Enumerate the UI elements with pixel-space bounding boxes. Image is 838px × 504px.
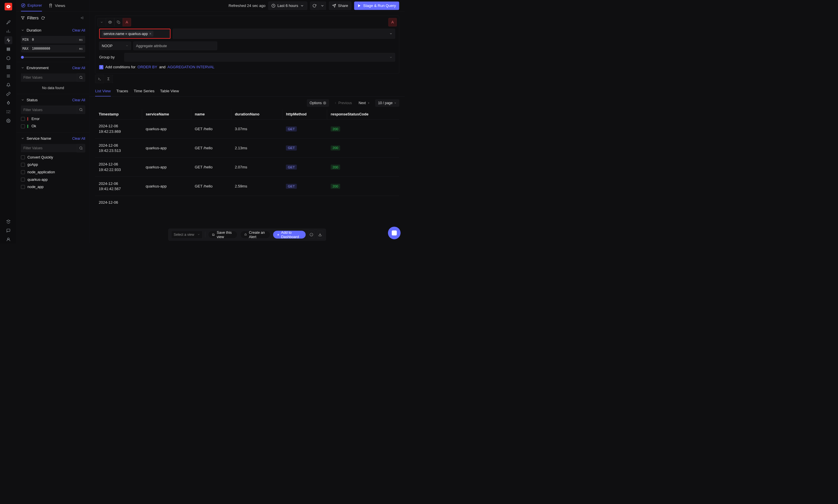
aggregate-select[interactable]: NOOP <box>99 41 131 50</box>
table-row[interactable]: 2024-12-0619:41:42.567quarkus-appGET /he… <box>95 177 399 196</box>
query-sigma-icon[interactable]: Σ <box>104 75 113 83</box>
table-row[interactable]: 2024-12-0619:42:22.933quarkus-appGET /he… <box>95 158 399 177</box>
stage-run-button[interactable]: Stage & Run Query <box>354 1 399 10</box>
environment-no-data: No data found <box>21 86 85 90</box>
chevron-down-icon[interactable] <box>21 29 24 32</box>
query-label-a-right[interactable]: A <box>388 18 397 26</box>
table-row[interactable]: 2024-12-0619:42:23.869quarkus-appGET /he… <box>95 120 399 139</box>
rail-chart-icon[interactable] <box>4 28 12 35</box>
rail-link-icon[interactable] <box>4 90 12 98</box>
time-range-button[interactable]: Last 6 hours <box>268 1 307 10</box>
clear-all-service[interactable]: Clear All <box>72 136 85 140</box>
rail-rocket-icon[interactable] <box>4 19 12 26</box>
result-tab[interactable]: Time Series <box>134 89 155 97</box>
collapse-panel-icon[interactable] <box>81 16 85 20</box>
orderby-link[interactable]: ORDER BY <box>138 65 157 69</box>
search-icon[interactable] <box>77 73 85 82</box>
clear-all-environment[interactable]: Clear All <box>72 66 85 70</box>
add-to-dashboard-button[interactable]: + Add to Dashboard <box>273 231 306 238</box>
cell-duration: 3.07ms <box>231 120 282 139</box>
refresh-dropdown[interactable] <box>319 1 326 10</box>
service-checkbox[interactable]: Convert Quickly <box>21 155 85 159</box>
status-filter-input[interactable] <box>21 106 77 114</box>
table-header[interactable]: Timestamp <box>95 109 142 120</box>
refresh-button[interactable] <box>310 1 319 10</box>
refresh-icon[interactable] <box>41 16 45 20</box>
result-tab[interactable]: Traces <box>117 89 128 97</box>
rail-message-icon[interactable] <box>4 227 12 234</box>
service-checkbox[interactable]: goApp <box>21 163 85 167</box>
table-row[interactable]: 2024-12-06 <box>95 196 399 210</box>
rail-gear-icon[interactable] <box>4 117 12 125</box>
rail-cube-icon[interactable] <box>4 54 12 62</box>
chevron-down-icon[interactable] <box>21 137 24 140</box>
search-icon[interactable] <box>77 106 85 114</box>
max-input[interactable] <box>30 47 77 51</box>
rail-user-icon[interactable] <box>4 235 12 243</box>
rail-logs-icon[interactable] <box>4 45 12 53</box>
aggregate-attribute-input[interactable]: Aggregate attribute <box>133 41 217 50</box>
table-row[interactable]: 2024-12-0619:42:23.513quarkus-appGET /he… <box>95 139 399 158</box>
logo[interactable] <box>5 3 12 11</box>
result-tab[interactable]: Table View <box>160 89 179 97</box>
download-icon[interactable] <box>317 231 323 238</box>
query-visibility-icon[interactable] <box>106 18 115 26</box>
table-header[interactable]: serviceName <box>142 109 191 120</box>
rail-bug-icon[interactable] <box>4 99 12 107</box>
service-filter-input[interactable] <box>21 144 77 152</box>
table-header[interactable]: httpMethod <box>282 109 327 120</box>
status-ok-checkbox[interactable]: Ok <box>21 124 85 128</box>
duration-slider[interactable] <box>21 57 85 58</box>
share-button[interactable]: Share <box>329 1 351 10</box>
result-tab[interactable]: List View <box>95 89 111 97</box>
rail-bell-icon[interactable] <box>4 81 12 89</box>
service-checkbox[interactable]: node_application <box>21 170 85 174</box>
rail-list-icon[interactable] <box>4 72 12 80</box>
add-conditions-row: + Add conditions for ORDER BY and AGGREG… <box>99 65 395 69</box>
next-button[interactable]: Next <box>356 99 373 106</box>
table-header[interactable]: name <box>191 109 231 120</box>
query-copy-icon[interactable] <box>115 18 123 26</box>
info-icon[interactable] <box>308 231 314 238</box>
query-resource-field[interactable] <box>173 29 395 39</box>
table-header[interactable]: responseStatusCode <box>327 109 399 120</box>
chevron-down-icon[interactable] <box>21 98 24 102</box>
clear-all-status[interactable]: Clear All <box>72 98 85 102</box>
service-checkbox[interactable]: quarkus-app <box>21 177 85 182</box>
close-icon[interactable]: ✕ <box>149 32 152 36</box>
agg-interval-link[interactable]: AGGREGATION INTERVAL <box>168 65 214 69</box>
query-collapse-icon[interactable] <box>98 18 106 26</box>
save-view-button[interactable]: Save this view <box>208 231 238 238</box>
add-condition-button[interactable]: + <box>99 65 103 69</box>
tab-explorer[interactable]: Explorer <box>21 0 42 11</box>
environment-filter-input[interactable] <box>21 73 77 82</box>
service-checkbox[interactable]: node_app <box>21 185 85 189</box>
cell-duration <box>231 196 282 210</box>
cell-duration: 2.07ms <box>231 158 282 177</box>
clear-all-duration[interactable]: Clear All <box>72 28 85 32</box>
send-icon <box>332 4 336 8</box>
rail-layers-icon[interactable] <box>4 218 12 226</box>
table-header[interactable]: durationNano <box>231 109 282 120</box>
tab-views[interactable]: Views <box>48 0 65 11</box>
rail-sliders-icon[interactable] <box>4 108 12 116</box>
help-fab[interactable] <box>388 227 400 239</box>
page-size-select[interactable]: 10 / page <box>375 99 399 106</box>
status-error-checkbox[interactable]: Error <box>21 116 85 121</box>
query-terminal-icon[interactable] <box>95 75 104 83</box>
groupby-field[interactable] <box>124 53 395 61</box>
options-button[interactable]: Options <box>307 99 329 106</box>
svg-point-0 <box>8 6 9 7</box>
search-icon[interactable] <box>77 144 85 152</box>
min-input[interactable] <box>30 38 77 42</box>
select-view-dropdown[interactable]: Select a view <box>171 231 203 238</box>
create-alert-button[interactable]: Create an Alert <box>240 231 270 238</box>
svg-point-32 <box>80 147 82 149</box>
rail-traces-icon[interactable] <box>4 36 12 44</box>
chevron-down-icon[interactable] <box>21 66 24 69</box>
prev-button[interactable]: Previous <box>332 99 354 106</box>
query-tag-field[interactable]: service.name = quarkus-app ✕ <box>99 29 170 39</box>
tab-explorer-label: Explorer <box>28 3 42 7</box>
rail-grid-icon[interactable] <box>4 63 12 71</box>
query-label-a[interactable]: A <box>123 18 131 26</box>
